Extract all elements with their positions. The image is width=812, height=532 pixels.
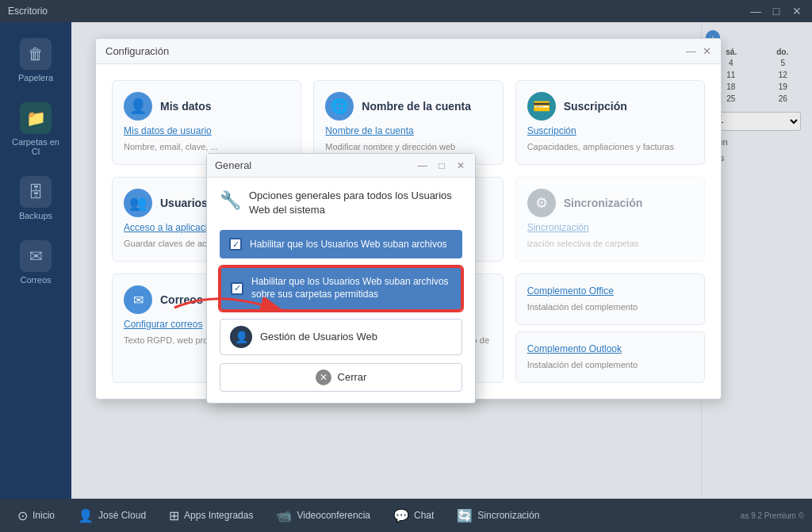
general-title: General [215,159,251,171]
taskbar-item-inicio[interactable]: ⊙ Inicio [8,504,64,527]
config-card-nombre-cuenta: 🌐 Nombre de la cuenta Nombre de la cuent… [313,80,503,165]
card-icon-mis-datos: 👤 [124,92,152,121]
videoconferencia-icon: 📹 [276,508,292,523]
card-desc-complemento-outlook: Instalación del complemento [527,360,638,369]
card-title-nombre-cuenta: Nombre de la cuenta [362,100,471,113]
card-icon-sincronizacion: ⚙ [527,189,556,217]
jose-cloud-icon: 👤 [78,508,94,523]
general-controls: — □ ✕ [416,160,467,171]
taskbar-label-jose-cloud: José Cloud [98,510,146,521]
sidebar-label-papelera: Papelera [18,73,53,82]
desktop-window: Escritorio — □ ✕ 🗑 Papelera 📁 Carpetas e… [0,0,812,532]
card-link-complemento-outlook[interactable]: Complemento Outlook [527,343,693,354]
card-header-sincronizacion: ⚙ Sincronización [527,189,693,217]
cerrar-icon: ✕ [316,369,331,385]
checkbox-row-1[interactable]: ✓ Habilitar que los Usuarios Web suban a… [220,230,462,258]
general-dialog: General — □ ✕ 🔧 Opciones generales para … [206,153,476,404]
wrench-icon: 🔧 [220,190,241,211]
config-card-sincronizacion: ⚙ Sincronización Sincronización ización … [515,177,705,262]
config-minimize-btn[interactable]: — [686,45,696,57]
config-card-suscripcion: 💳 Suscripción Suscripción Capacidades, a… [515,80,705,165]
config-title-bar: Configuración — ✕ [96,39,721,64]
card-link-complemento-office[interactable]: Complemento Office [527,285,693,297]
card-link-mis-datos[interactable]: Mis datos de usuario [124,125,289,136]
card-header-suscripcion: 💳 Suscripción [527,92,693,121]
card-icon-correos-sistema: ✉ [124,285,152,314]
main-area: 🗑 Papelera 📁 Carpetas en Cl 🗄 Backups ✉ … [0,22,812,499]
card-link-suscripcion[interactable]: Suscripción [527,125,693,136]
apps-integradas-icon: ⊞ [169,508,179,523]
checkbox-label-1: Habilitar que los Usuarios Web suban arc… [250,239,447,251]
cerrar-label: Cerrar [338,371,367,383]
sidebar-label-backups: Backups [19,211,52,220]
taskbar-item-apps-integradas[interactable]: ⊞ Apps Integradas [159,504,262,527]
card-header-nombre-cuenta: 🌐 Nombre de la cuenta [325,92,491,121]
carpetas-icon: 📁 [20,102,52,134]
sidebar-label-correos: Correos [20,275,51,285]
sincronizacion-icon: 🔄 [457,508,473,523]
card-link-sincronizacion[interactable]: Sincronización [527,222,693,233]
card-header-mis-datos: 👤 Mis datos [124,92,289,121]
title-bar: Escritorio — □ ✕ [0,0,812,22]
sidebar-item-backups[interactable]: 🗄 Backups [4,168,67,228]
sidebar-item-carpetas[interactable]: 📁 Carpetas en Cl [4,94,67,164]
version-text: as 9.2 Premium © [741,511,804,520]
card-desc-mis-datos: Nombre, email, clave, ... [124,142,218,151]
title-bar-controls: — □ ✕ [749,5,804,17]
card-title-suscripcion: Suscripción [564,100,627,113]
checkbox-label-2: Habilitar que los Usuarios Web suban arc… [251,276,451,300]
taskbar-item-sincronizacion[interactable]: 🔄 Sincronización [447,504,549,527]
taskbar-label-chat: Chat [414,510,434,521]
config-close-btn[interactable]: ✕ [703,45,711,57]
general-maximize-btn[interactable]: □ [435,160,448,171]
general-title-bar: General — □ ✕ [207,154,475,178]
taskbar-label-inicio: Inicio [33,510,55,521]
card-title-sincronizacion: Sincronización [564,197,643,209]
taskbar-item-jose-cloud[interactable]: 👤 José Cloud [68,504,155,527]
taskbar-label-videoconferencia: Videoconferencia [297,510,370,521]
general-minimize-btn[interactable]: — [416,160,429,171]
cerrar-btn[interactable]: ✕ Cerrar [220,363,462,392]
sidebar-label-carpetas: Carpetas en Cl [8,137,63,156]
backups-icon: 🗄 [20,176,52,208]
sidebar-item-correos[interactable]: ✉ Correos [4,232,67,293]
checkbox-row-2[interactable]: ✓ Habilitar que los Usuarios Web suban a… [220,266,462,310]
taskbar-item-chat[interactable]: 💬 Chat [384,504,443,527]
general-description: Opciones generales para todos los Usuari… [249,189,462,217]
window-title: Escritorio [8,6,48,17]
config-title: Configuración [105,45,169,57]
taskbar-label-apps-integradas: Apps Integradas [184,510,253,521]
card-icon-suscripcion: 💳 [527,92,556,121]
card-link-nombre-cuenta[interactable]: Nombre de la cuenta [325,125,491,136]
minimize-btn[interactable]: — [749,5,763,17]
close-btn[interactable]: ✕ [790,5,804,17]
card-desc-nombre-cuenta: Modificar nombre y dirección web [325,142,455,151]
card-title-mis-datos: Mis datos [160,100,212,113]
taskbar-label-sincronizacion: Sincronización [477,510,539,521]
general-header-row: 🔧 Opciones generales para todos los Usua… [220,189,462,217]
checkbox-1[interactable]: ✓ [229,238,242,251]
config-card-mis-datos: 👤 Mis datos Mis datos de usuario Nombre,… [112,80,301,165]
inicio-icon: ⊙ [17,508,28,523]
gestion-usuarios-web-btn[interactable]: 👤 Gestión de Usuarios Web [220,319,462,355]
config-card-complementos: Complemento Office Instalación del compl… [515,274,705,383]
papelera-icon: 🗑 [20,38,52,70]
card-desc-complemento-office: Instalación del complemento [527,302,638,312]
general-close-btn[interactable]: ✕ [454,160,467,171]
card-icon-usuarios-companeros: 👥 [124,189,152,217]
sidebar-item-papelera[interactable]: 🗑 Papelera [4,30,67,90]
general-dialog-body: 🔧 Opciones generales para todos los Usua… [207,178,475,403]
content-area: Configuración — ✕ 👤 Mis datos Mis datos … [71,22,812,499]
checkbox-2[interactable]: ✓ [231,282,243,295]
chat-icon: 💬 [393,508,409,523]
maximize-btn[interactable]: □ [769,5,783,17]
taskbar: ⊙ Inicio 👤 José Cloud ⊞ Apps Integradas … [0,499,812,532]
correos-icon: ✉ [20,240,52,272]
sidebar: 🗑 Papelera 📁 Carpetas en Cl 🗄 Backups ✉ … [0,22,71,499]
taskbar-item-videoconferencia[interactable]: 📹 Videoconferencia [266,504,380,527]
card-desc-suscripcion: Capacidades, ampliaciones y facturas [527,142,674,151]
gestion-icon: 👤 [230,326,252,348]
config-controls: — ✕ [686,45,711,57]
card-icon-nombre-cuenta: 🌐 [325,92,354,121]
card-desc-sincronizacion: ización selectiva de carpetas [527,239,639,248]
